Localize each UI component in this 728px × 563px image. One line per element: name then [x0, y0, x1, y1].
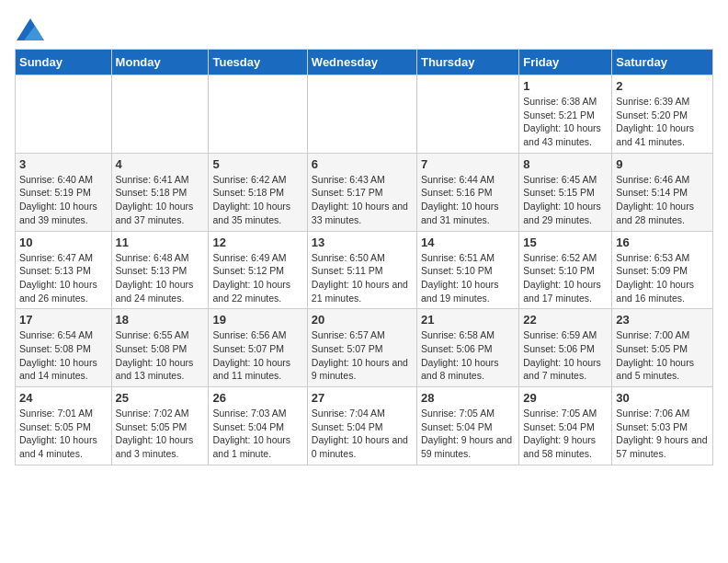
day-info: Sunrise: 6:51 AM Sunset: 5:10 PM Dayligh… [421, 252, 499, 304]
day-number: 25 [116, 391, 205, 405]
day-number: 10 [19, 236, 108, 249]
calendar-cell: 11Sunrise: 6:48 AM Sunset: 5:13 PM Dayli… [111, 231, 209, 309]
day-info: Sunrise: 6:59 AM Sunset: 5:06 PM Dayligh… [523, 329, 601, 381]
calendar-cell [307, 75, 416, 154]
calendar-cell: 30Sunrise: 7:06 AM Sunset: 5:03 PM Dayli… [612, 387, 713, 465]
day-info: Sunrise: 6:55 AM Sunset: 5:08 PM Dayligh… [116, 329, 194, 381]
logo [15, 18, 44, 45]
calendar-cell: 26Sunrise: 7:03 AM Sunset: 5:04 PM Dayli… [209, 387, 307, 465]
weekday-thursday: Thursday [416, 50, 518, 75]
day-info: Sunrise: 7:01 AM Sunset: 5:05 PM Dayligh… [19, 408, 97, 459]
day-info: Sunrise: 7:03 AM Sunset: 5:04 PM Dayligh… [212, 408, 290, 459]
calendar-cell: 16Sunrise: 6:53 AM Sunset: 5:09 PM Dayli… [612, 231, 713, 309]
calendar-cell: 27Sunrise: 7:04 AM Sunset: 5:04 PM Dayli… [307, 387, 416, 465]
calendar-cell: 5Sunrise: 6:42 AM Sunset: 5:18 PM Daylig… [209, 153, 307, 231]
day-number: 12 [212, 236, 302, 249]
calendar-cell: 3Sunrise: 6:40 AM Sunset: 5:19 PM Daylig… [16, 153, 112, 231]
logo-icon [17, 18, 44, 40]
day-number: 15 [523, 236, 608, 249]
day-number: 7 [421, 157, 515, 171]
calendar-cell [16, 75, 112, 154]
day-info: Sunrise: 6:50 AM Sunset: 5:11 PM Dayligh… [312, 252, 408, 304]
calendar-cell: 23Sunrise: 7:00 AM Sunset: 5:05 PM Dayli… [612, 309, 713, 387]
day-info: Sunrise: 7:05 AM Sunset: 5:04 PM Dayligh… [523, 408, 597, 459]
day-info: Sunrise: 6:42 AM Sunset: 5:18 PM Dayligh… [212, 174, 290, 225]
day-info: Sunrise: 7:04 AM Sunset: 5:04 PM Dayligh… [312, 408, 408, 459]
day-info: Sunrise: 6:54 AM Sunset: 5:08 PM Dayligh… [19, 329, 97, 381]
calendar-cell: 8Sunrise: 6:45 AM Sunset: 5:15 PM Daylig… [519, 153, 612, 231]
calendar-cell: 7Sunrise: 6:44 AM Sunset: 5:16 PM Daylig… [416, 153, 518, 231]
day-number: 20 [312, 313, 413, 327]
calendar-cell: 25Sunrise: 7:02 AM Sunset: 5:05 PM Dayli… [111, 387, 209, 465]
day-info: Sunrise: 6:46 AM Sunset: 5:14 PM Dayligh… [616, 174, 694, 225]
calendar-week-row: 3Sunrise: 6:40 AM Sunset: 5:19 PM Daylig… [16, 153, 713, 231]
day-info: Sunrise: 7:05 AM Sunset: 5:04 PM Dayligh… [421, 408, 512, 459]
calendar-week-row: 1Sunrise: 6:38 AM Sunset: 5:21 PM Daylig… [16, 75, 713, 154]
calendar-week-row: 17Sunrise: 6:54 AM Sunset: 5:08 PM Dayli… [16, 309, 713, 387]
calendar-cell: 28Sunrise: 7:05 AM Sunset: 5:04 PM Dayli… [416, 387, 518, 465]
weekday-monday: Monday [111, 50, 209, 75]
calendar-cell: 19Sunrise: 6:56 AM Sunset: 5:07 PM Dayli… [209, 309, 307, 387]
calendar-cell: 12Sunrise: 6:49 AM Sunset: 5:12 PM Dayli… [209, 231, 307, 309]
calendar-cell: 15Sunrise: 6:52 AM Sunset: 5:10 PM Dayli… [519, 231, 612, 309]
calendar-cell: 13Sunrise: 6:50 AM Sunset: 5:11 PM Dayli… [307, 231, 416, 309]
calendar-cell: 24Sunrise: 7:01 AM Sunset: 5:05 PM Dayli… [16, 387, 112, 465]
weekday-saturday: Saturday [612, 50, 713, 75]
day-number: 24 [19, 391, 108, 405]
day-number: 22 [523, 313, 608, 327]
calendar-cell [111, 75, 209, 154]
day-number: 16 [616, 236, 709, 249]
calendar-cell: 29Sunrise: 7:05 AM Sunset: 5:04 PM Dayli… [519, 387, 612, 465]
day-number: 14 [421, 236, 515, 249]
calendar-cell [209, 75, 307, 154]
calendar-cell [416, 75, 518, 154]
calendar-cell: 10Sunrise: 6:47 AM Sunset: 5:13 PM Dayli… [16, 231, 112, 309]
day-number: 13 [312, 236, 413, 249]
day-number: 17 [19, 313, 108, 327]
calendar-cell: 9Sunrise: 6:46 AM Sunset: 5:14 PM Daylig… [612, 153, 713, 231]
calendar-cell: 14Sunrise: 6:51 AM Sunset: 5:10 PM Dayli… [416, 231, 518, 309]
header [15, 15, 713, 45]
day-number: 11 [116, 236, 205, 249]
day-number: 28 [421, 391, 515, 405]
calendar-cell: 4Sunrise: 6:41 AM Sunset: 5:18 PM Daylig… [111, 153, 209, 231]
day-info: Sunrise: 7:02 AM Sunset: 5:05 PM Dayligh… [116, 408, 194, 459]
day-number: 5 [212, 157, 302, 171]
day-number: 4 [116, 157, 205, 171]
weekday-wednesday: Wednesday [307, 50, 416, 75]
day-info: Sunrise: 6:45 AM Sunset: 5:15 PM Dayligh… [523, 174, 601, 225]
calendar-cell: 2Sunrise: 6:39 AM Sunset: 5:20 PM Daylig… [612, 75, 713, 154]
day-info: Sunrise: 7:00 AM Sunset: 5:05 PM Dayligh… [616, 329, 694, 381]
calendar-cell: 20Sunrise: 6:57 AM Sunset: 5:07 PM Dayli… [307, 309, 416, 387]
day-number: 2 [616, 79, 709, 93]
day-info: Sunrise: 6:48 AM Sunset: 5:13 PM Dayligh… [116, 252, 194, 304]
day-number: 6 [312, 157, 413, 171]
calendar-cell: 17Sunrise: 6:54 AM Sunset: 5:08 PM Dayli… [16, 309, 112, 387]
day-info: Sunrise: 6:56 AM Sunset: 5:07 PM Dayligh… [212, 329, 290, 381]
weekday-friday: Friday [519, 50, 612, 75]
day-info: Sunrise: 6:40 AM Sunset: 5:19 PM Dayligh… [19, 174, 97, 225]
day-info: Sunrise: 6:58 AM Sunset: 5:06 PM Dayligh… [421, 329, 499, 381]
calendar-week-row: 10Sunrise: 6:47 AM Sunset: 5:13 PM Dayli… [16, 231, 713, 309]
day-number: 3 [19, 157, 108, 171]
day-info: Sunrise: 6:39 AM Sunset: 5:20 PM Dayligh… [616, 96, 694, 147]
day-info: Sunrise: 6:41 AM Sunset: 5:18 PM Dayligh… [116, 174, 194, 225]
day-info: Sunrise: 6:38 AM Sunset: 5:21 PM Dayligh… [523, 96, 601, 147]
day-info: Sunrise: 6:52 AM Sunset: 5:10 PM Dayligh… [523, 252, 601, 304]
day-number: 9 [616, 157, 709, 171]
weekday-header-row: SundayMondayTuesdayWednesdayThursdayFrid… [16, 50, 713, 75]
calendar-cell: 18Sunrise: 6:55 AM Sunset: 5:08 PM Dayli… [111, 309, 209, 387]
day-number: 18 [116, 313, 205, 327]
day-info: Sunrise: 6:53 AM Sunset: 5:09 PM Dayligh… [616, 252, 694, 304]
calendar-cell: 22Sunrise: 6:59 AM Sunset: 5:06 PM Dayli… [519, 309, 612, 387]
day-info: Sunrise: 6:49 AM Sunset: 5:12 PM Dayligh… [212, 252, 290, 304]
day-number: 26 [212, 391, 302, 405]
day-number: 23 [616, 313, 709, 327]
day-info: Sunrise: 6:47 AM Sunset: 5:13 PM Dayligh… [19, 252, 97, 304]
day-info: Sunrise: 7:06 AM Sunset: 5:03 PM Dayligh… [616, 408, 707, 459]
day-number: 27 [312, 391, 413, 405]
calendar-cell: 6Sunrise: 6:43 AM Sunset: 5:17 PM Daylig… [307, 153, 416, 231]
day-number: 19 [212, 313, 302, 327]
day-info: Sunrise: 6:44 AM Sunset: 5:16 PM Dayligh… [421, 174, 499, 225]
day-number: 29 [523, 391, 608, 405]
